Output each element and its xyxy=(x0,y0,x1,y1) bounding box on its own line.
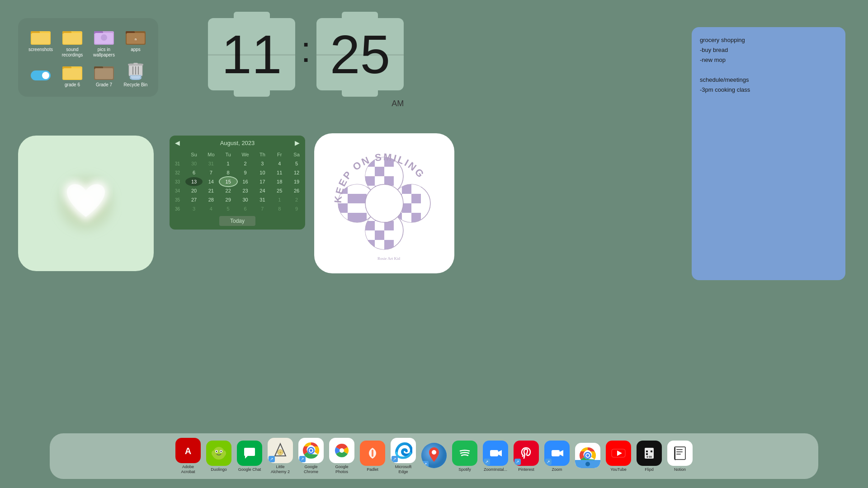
duolingo-icon[interactable] xyxy=(206,441,231,466)
zoom-label: Zoom xyxy=(552,467,562,472)
taskbar-app-notion[interactable]: Notion xyxy=(666,441,693,472)
flipd-icon[interactable]: 9 00 xyxy=(637,441,662,466)
calendar-next-button[interactable]: ▶ xyxy=(295,139,300,146)
calendar-day[interactable]: 4 xyxy=(271,159,288,168)
calendar-day[interactable]: 13 xyxy=(185,177,203,186)
calendar-day[interactable]: 5 xyxy=(220,204,237,213)
taskbar-app-adobe[interactable]: A AdobeAcrobat xyxy=(175,438,202,474)
calendar-day[interactable]: 15 xyxy=(220,177,237,186)
svg-rect-82 xyxy=(411,213,421,222)
calendar-day[interactable]: 7 xyxy=(203,168,220,177)
taskbar-app-photos[interactable]: GooglePhotos xyxy=(328,438,355,474)
taskbar-app-flipd[interactable]: 9 00 Flipd xyxy=(636,441,663,472)
calendar-today-button[interactable]: Today xyxy=(219,216,255,226)
taskbar-app-zoom-install[interactable]: ZoomInstal... xyxy=(482,441,509,472)
svg-rect-64 xyxy=(348,213,357,222)
notes-widget[interactable]: grocery shopping -buy bread -new mop sch… xyxy=(692,27,845,280)
calendar-day[interactable]: 29 xyxy=(220,195,237,204)
taskbar-app-alchemy[interactable]: ✦ LittleAlchemy 2 xyxy=(267,438,294,474)
calendar-day[interactable]: 8 xyxy=(271,204,288,213)
calendar-day[interactable]: 9 xyxy=(237,168,254,177)
calendar-day[interactable]: 5 xyxy=(288,159,305,168)
calendar-day[interactable]: 1 xyxy=(220,159,237,168)
calendar-day[interactable]: 23 xyxy=(237,186,254,195)
chrome2-icon[interactable] xyxy=(575,443,600,468)
calendar-day[interactable]: 17 xyxy=(254,177,271,186)
clock-colon: : xyxy=(301,29,311,70)
calendar-day[interactable]: 7 xyxy=(254,204,271,213)
youtube-icon[interactable] xyxy=(606,441,631,466)
edge-icon[interactable] xyxy=(391,438,416,463)
calendar-day[interactable]: 31 xyxy=(203,159,220,168)
calendar-day[interactable]: 6 xyxy=(185,168,203,177)
zoom-icon[interactable] xyxy=(544,441,570,466)
calendar-day[interactable]: 1 xyxy=(271,195,288,204)
padlet-icon[interactable] xyxy=(360,441,385,466)
taskbar-app-pinterest[interactable]: Pinterest xyxy=(513,441,540,472)
toggle-pill[interactable] xyxy=(31,70,51,80)
folder-apps[interactable]: a apps xyxy=(122,27,149,58)
svg-text:9 00: 9 00 xyxy=(646,455,652,458)
svg-rect-58 xyxy=(348,184,357,194)
calendar-day[interactable]: 19 xyxy=(288,177,305,186)
taskbar-app-duolingo[interactable]: Duolingo xyxy=(205,441,232,472)
maps-icon[interactable] xyxy=(421,443,447,468)
calendar-day[interactable]: 28 xyxy=(203,195,220,204)
photos-icon[interactable] xyxy=(329,438,354,463)
calendar-day[interactable]: 10 xyxy=(254,168,271,177)
svg-rect-76 xyxy=(411,194,421,203)
taskbar-app-chrome[interactable]: GoogleChrome xyxy=(297,438,325,474)
folder-grade6[interactable]: grade 6 xyxy=(59,62,86,88)
taskbar-app-youtube[interactable]: YouTube xyxy=(605,441,632,472)
calendar-day[interactable]: 4 xyxy=(203,204,220,213)
taskbar-app-edge[interactable]: MicrosoftEdge xyxy=(390,438,417,474)
calendar-day[interactable]: 11 xyxy=(271,168,288,177)
calendar-day[interactable]: 27 xyxy=(185,195,203,204)
calendar-day[interactable]: 21 xyxy=(203,186,220,195)
calendar-day[interactable]: 24 xyxy=(254,186,271,195)
calendar-day[interactable]: 2 xyxy=(237,159,254,168)
calendar-day[interactable]: 22 xyxy=(220,186,237,195)
svg-rect-63 xyxy=(338,213,348,222)
calendar-day[interactable]: 12 xyxy=(288,168,305,177)
zoom-install-icon[interactable] xyxy=(483,441,508,466)
folder-grade7[interactable]: Grade 7 xyxy=(90,62,118,88)
taskbar-app-zoom[interactable]: Zoom xyxy=(543,441,571,472)
calendar-day[interactable]: 20 xyxy=(185,186,203,195)
calendar-day[interactable]: 26 xyxy=(288,186,305,195)
notion-label: Notion xyxy=(674,467,686,472)
calendar-day[interactable]: 31 xyxy=(254,195,271,204)
taskbar-app-spotify[interactable]: Spotify xyxy=(451,441,478,472)
calendar-day[interactable]: 16 xyxy=(237,177,254,186)
folder-sound-recordings[interactable]: soundrecordings xyxy=(59,27,86,58)
adobe-acrobat-icon[interactable]: A xyxy=(175,438,201,463)
calendar-prev-button[interactable]: ◀ xyxy=(175,139,180,146)
toggle-switch[interactable] xyxy=(27,62,54,88)
folder-screenshots[interactable]: screenshots xyxy=(27,27,54,58)
calendar-day[interactable]: 25 xyxy=(271,186,288,195)
calendar-day[interactable]: 8 xyxy=(220,168,237,177)
google-chat-icon[interactable] xyxy=(237,441,262,466)
calendar-day[interactable]: 3 xyxy=(185,204,203,213)
calendar-month-label: August, 2023 xyxy=(220,140,255,146)
folder-pics-wallpapers[interactable]: pics inwallpapers xyxy=(90,27,118,58)
spotify-icon[interactable] xyxy=(452,441,477,466)
taskbar-app-google-chat[interactable]: Google Chat xyxy=(236,441,263,472)
pinterest-icon[interactable] xyxy=(514,441,539,466)
taskbar-app-chrome2[interactable] xyxy=(574,443,601,469)
calendar-day[interactable]: 14 xyxy=(203,177,220,186)
calendar-day[interactable]: 3 xyxy=(254,159,271,168)
svg-rect-68 xyxy=(357,213,367,222)
calendar-day[interactable]: 18 xyxy=(271,177,288,186)
taskbar-app-maps[interactable] xyxy=(420,443,448,469)
chrome-icon[interactable] xyxy=(298,438,324,463)
folder-recycle-bin[interactable]: Recycle Bin xyxy=(122,62,149,88)
calendar-day[interactable]: 30 xyxy=(237,195,254,204)
calendar-day[interactable]: 6 xyxy=(237,204,254,213)
alchemy-icon[interactable]: ✦ xyxy=(268,438,293,463)
calendar-day[interactable]: 9 xyxy=(288,204,305,213)
calendar-day[interactable]: 2 xyxy=(288,195,305,204)
taskbar-app-padlet[interactable]: Padlet xyxy=(359,441,386,472)
calendar-day[interactable]: 30 xyxy=(185,159,203,168)
notion-icon[interactable] xyxy=(667,441,693,466)
